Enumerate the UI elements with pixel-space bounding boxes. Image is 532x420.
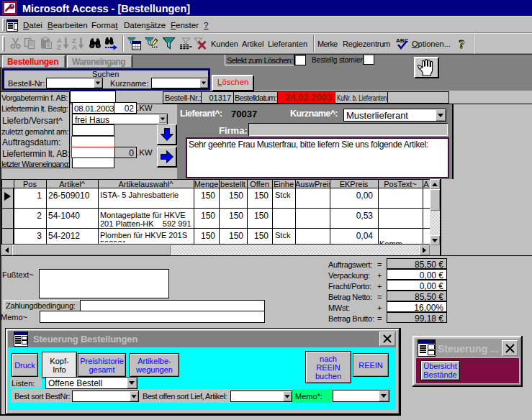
- svg-text:?: ?: [459, 37, 465, 50]
- svg-text:A: A: [72, 43, 77, 50]
- svg-text:Z: Z: [57, 43, 61, 50]
- svg-text:ABC: ABC: [396, 37, 409, 44]
